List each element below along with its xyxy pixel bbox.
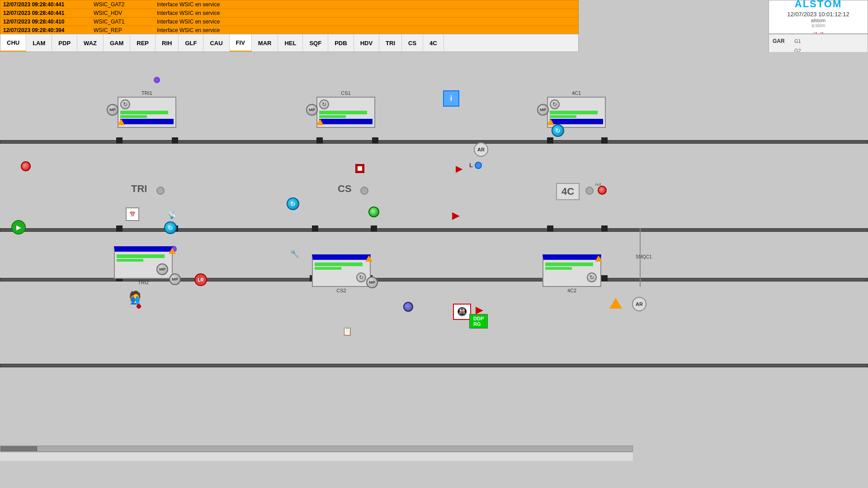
ar-circle-upper[interactable]: AR <box>474 142 488 157</box>
tri1-blue-bar <box>120 119 174 124</box>
alert-source-1: WSIC_GAT2 <box>94 1 157 8</box>
nav-item-pdp[interactable]: PDP <box>52 34 77 52</box>
red-forward-icon[interactable]: ▶ <box>452 210 460 221</box>
alert-row-1: 12/07/2023 09:28:40:441 WSIC_GAT2 Interf… <box>0 0 578 9</box>
train-icon[interactable]: 🚇 <box>453 304 471 320</box>
mp-tri2-outside[interactable]: MP <box>169 273 181 285</box>
wrench-icon[interactable]: 🔧 <box>288 247 301 260</box>
red-arrow-icon[interactable]: ▶ <box>456 163 462 174</box>
mp-tri2-inner[interactable]: MP <box>156 263 168 275</box>
antenna-icon: 📡 <box>167 211 176 220</box>
green-circle-1 <box>368 206 379 217</box>
mp-cs2-outside[interactable]: MP <box>366 277 378 288</box>
nav-item-rep[interactable]: REP <box>130 34 156 52</box>
nav-item-waz[interactable]: WAZ <box>77 34 104 52</box>
cs1-blue-bar <box>319 119 373 124</box>
warning-tri2 <box>169 248 176 254</box>
alert-time-4: 12/07/2023 09:28:40:394 <box>3 27 94 33</box>
blue-indicator-upper <box>475 162 482 169</box>
blue-large-circle <box>403 302 413 312</box>
ar-circle-lower[interactable]: AR <box>632 297 646 311</box>
alert-time-2: 12/07/2023 09:28:40:441 <box>3 10 94 16</box>
warning-tri1 <box>118 119 125 125</box>
nav-item-tri[interactable]: TRI <box>379 34 402 52</box>
person-group-icon[interactable]: 👥 <box>130 295 144 310</box>
mp-cs1[interactable]: MP <box>306 104 318 116</box>
nav-item-cau[interactable]: CAU <box>203 34 229 52</box>
alstom-logo: ALSTOM <box>795 0 842 10</box>
refresh-circle-2[interactable]: ↻ <box>164 221 177 234</box>
lower-track <box>0 364 868 367</box>
refresh-icon-1[interactable]: ↻ <box>287 197 299 210</box>
nav-item-fiv[interactable]: FIV <box>230 34 252 52</box>
track-marker-10 <box>371 225 377 232</box>
tri1-green-bar2 <box>120 115 147 118</box>
lr-button[interactable]: LR <box>194 273 207 286</box>
cs1-label: CS1 <box>316 90 375 96</box>
nav-item-hel[interactable]: HEL <box>278 34 303 52</box>
alert-msg-1: Interface WSIC en service <box>157 1 576 8</box>
nav-item-4c[interactable]: 4C <box>423 34 444 52</box>
cs1-green-bar <box>319 111 367 114</box>
play-button[interactable]: ▶ <box>11 220 26 235</box>
nav-item-gam[interactable]: GAM <box>104 34 130 52</box>
track-marker-12 <box>601 225 608 232</box>
calendar-icon[interactable]: 📅 <box>126 207 139 221</box>
nav-item-sqf[interactable]: SQF <box>303 34 328 52</box>
station-4c2: ↻ 4C2 <box>542 254 601 293</box>
alert-time-3: 12/07/2023 09:28:40:410 <box>3 19 94 25</box>
nav-item-pdb[interactable]: PDB <box>328 34 354 52</box>
4c-box-label: 4C <box>556 183 580 200</box>
branding-panel: ALSTOM 12/07/2023 10:01:12:12 alstom a:s… <box>769 0 868 34</box>
tri1-arrow[interactable]: ↻ <box>120 99 130 109</box>
ddp-rg-button[interactable]: DDP RG <box>469 314 488 328</box>
4c2-green-bar2 <box>545 267 572 270</box>
station-cs2: ↻ CS2 <box>312 254 371 293</box>
nav-item-hdv[interactable]: HDV <box>354 34 379 52</box>
track-marker-18 <box>601 275 608 282</box>
cs2-body: ↻ <box>315 271 368 284</box>
4c2-arrow[interactable]: ↻ <box>587 272 597 282</box>
g1-label: G1 <box>794 38 801 44</box>
4c2-label: 4C2 <box>542 288 601 293</box>
user2-label: a:stom <box>811 23 825 28</box>
warning-large[interactable] <box>609 298 622 309</box>
stop-indicator <box>355 164 364 173</box>
nav-item-glf[interactable]: GLF <box>179 34 203 52</box>
nav-bar: CHU LAM PDP WAZ GAM REP RIH GLF CAU FIV … <box>0 34 579 52</box>
blue-arrow-4c1[interactable]: ↻ <box>552 124 564 137</box>
cs2-arrow[interactable]: ↻ <box>356 272 366 282</box>
track-marker-7 <box>116 225 123 232</box>
track-marker-11 <box>547 225 553 232</box>
4c1-arrow[interactable]: ↻ <box>550 99 560 109</box>
alert-source-2: WSIC_HDV <box>94 10 157 16</box>
nav-item-rih[interactable]: RIH <box>156 34 179 52</box>
mp-4c1[interactable]: MP <box>537 104 549 116</box>
station-4c1: 4C1 ↻ <box>547 90 606 128</box>
tri2-green-bar <box>117 254 165 258</box>
status-bar <box>0 452 633 461</box>
cs2-green-bar2 <box>315 267 341 270</box>
nav-item-chu[interactable]: CHU <box>0 34 26 52</box>
scrollbar-thumb[interactable] <box>1 446 37 451</box>
nav-item-lam[interactable]: LAM <box>26 34 52 52</box>
red-indicator-left <box>21 161 31 171</box>
nav-item-cs[interactable]: CS <box>402 34 423 52</box>
doc-icon[interactable]: 📋 <box>340 323 354 339</box>
4c2-green-bar <box>545 263 593 266</box>
mp-tri1[interactable]: MP <box>107 104 118 116</box>
main-canvas: TRI1 ↻ MP CS1 ↻ MP i 4C1 <box>0 52 868 461</box>
tri-zone-label: TRI <box>131 183 147 195</box>
4c1-label: 4C1 <box>547 90 606 96</box>
smqc-label: SMQC1 <box>636 254 652 259</box>
info-button[interactable]: i <box>443 90 459 107</box>
tri1-label: TRI1 <box>118 90 176 96</box>
cs1-arrow[interactable]: ↻ <box>319 99 329 109</box>
gar-label[interactable]: GAR <box>773 38 791 44</box>
user-label: alstom <box>811 18 826 23</box>
lower-track-upper <box>0 228 868 232</box>
alert-source-3: WSIC_GAT1 <box>94 19 157 25</box>
horizontal-scrollbar[interactable] <box>0 446 633 452</box>
red-aut-indicator <box>598 186 607 195</box>
nav-item-mar[interactable]: MAR <box>252 34 278 52</box>
